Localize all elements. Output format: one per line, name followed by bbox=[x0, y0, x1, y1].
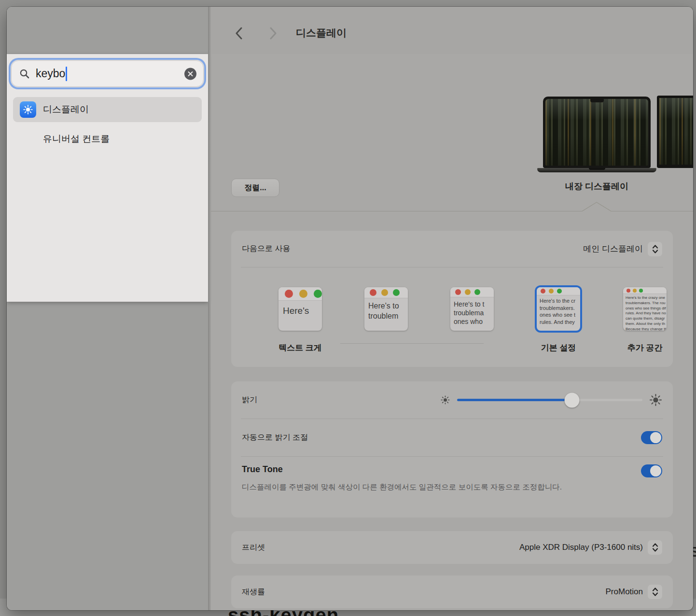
mini-text-line: ones who see t bbox=[540, 311, 580, 319]
back-button[interactable] bbox=[231, 26, 246, 41]
true-tone-description: 디스플레이를 주변광에 맞춰 색상이 다른 환경에서도 일관적으로 보이도록 자… bbox=[231, 481, 612, 493]
mini-titlebar bbox=[450, 287, 494, 297]
builtin-display-name: 내장 디스플레이 bbox=[543, 181, 651, 192]
selected-display-pointer bbox=[581, 201, 612, 211]
external-display-wallpaper bbox=[659, 98, 693, 165]
mini-text-line: ones who see things dif bbox=[626, 306, 667, 311]
brightness-slider-knob[interactable] bbox=[565, 392, 580, 407]
forward-button[interactable] bbox=[266, 26, 280, 41]
resolution-option-label: 기본 설정 bbox=[537, 342, 580, 353]
mini-minimize-icon bbox=[549, 289, 554, 294]
content-pane: 디스플레이 내장 디스플레이 LG HDR 4K 정렬... 다음으로 사용 메… bbox=[211, 7, 693, 610]
resolution-option-3[interactable]: Here's to ttroublemaones who bbox=[450, 287, 494, 331]
auto-brightness-row: 자동으로 밝기 조절 bbox=[231, 419, 673, 456]
mini-window-preview: Here's totroublem bbox=[364, 287, 408, 331]
mini-text-line: troublema bbox=[454, 308, 494, 317]
mini-close-icon bbox=[370, 289, 376, 296]
search-result-display[interactable]: 디스플레이 bbox=[13, 97, 202, 122]
builtin-display-wallpaper bbox=[545, 99, 648, 166]
mini-text-line: Here's to the cr bbox=[540, 297, 580, 305]
mini-text-line: can quote them, disagr bbox=[626, 316, 667, 322]
brightness-label: 밝기 bbox=[242, 395, 257, 405]
refresh-rate-stepper[interactable] bbox=[648, 585, 662, 599]
resolution-option-5[interactable]: Here's to the crazy onetroublemakers. Th… bbox=[623, 287, 667, 353]
resolution-option-label: 추가 공간 bbox=[623, 342, 667, 353]
laptop-base bbox=[537, 168, 656, 172]
mini-titlebar bbox=[278, 287, 322, 301]
mini-minimize-icon bbox=[381, 289, 388, 296]
mini-close-icon bbox=[541, 289, 545, 294]
system-settings-window: keybo bbox=[7, 7, 693, 610]
mini-minimize-icon bbox=[299, 290, 307, 298]
mini-titlebar bbox=[537, 287, 580, 295]
true-tone-toggle[interactable] bbox=[641, 464, 662, 477]
display-brightness-icon bbox=[20, 101, 36, 118]
mini-text-line: Here's bbox=[283, 305, 322, 317]
mini-zoom-icon bbox=[474, 289, 480, 295]
toggle-knob bbox=[650, 465, 661, 476]
mini-text-line: rules. And they bbox=[540, 319, 580, 326]
mini-close-icon bbox=[455, 289, 461, 295]
resolution-option-label: 텍스트 크게 bbox=[278, 342, 322, 353]
search-result-universal-control[interactable]: 유니버설 컨트롤 bbox=[13, 126, 202, 152]
resolution-option-1[interactable]: Here's텍스트 크게 bbox=[278, 287, 322, 353]
mini-text-line: Here's to bbox=[368, 301, 408, 311]
preset-value: Apple XDR Display (P3-1600 nits) bbox=[519, 543, 643, 552]
external-display-thumbnail[interactable] bbox=[657, 96, 693, 168]
mini-window-preview: Here's to the crtroublemakers.ones who s… bbox=[537, 287, 580, 331]
toggle-knob bbox=[650, 432, 661, 443]
mini-text-line: them. About the only th bbox=[626, 322, 667, 327]
preset-label: 프리셋 bbox=[242, 543, 265, 553]
preset-stepper[interactable] bbox=[648, 540, 662, 555]
search-input[interactable]: keybo bbox=[11, 60, 204, 87]
arrange-button[interactable]: 정렬... bbox=[231, 179, 279, 197]
use-as-value: 메인 디스플레이 bbox=[583, 243, 643, 254]
true-tone-row: True Tone bbox=[231, 457, 673, 477]
refresh-rate-card: 재생률 ProMotion bbox=[231, 575, 673, 608]
resolution-track bbox=[340, 343, 484, 344]
clear-search-button[interactable] bbox=[184, 68, 196, 80]
builtin-display-thumbnail[interactable] bbox=[543, 97, 651, 168]
mini-zoom-icon bbox=[639, 289, 643, 293]
use-as-row: 다음으로 사용 메인 디스플레이 bbox=[231, 231, 673, 267]
use-as-stepper[interactable] bbox=[648, 242, 662, 256]
mini-close-icon bbox=[285, 290, 293, 298]
mini-text-line: rules. And they have no bbox=[626, 311, 667, 316]
preset-row: 프리셋 Apple XDR Display (P3-1600 nits) bbox=[231, 531, 673, 564]
mini-text-line: troublemakers. The rou bbox=[626, 301, 667, 306]
brightness-row: 밝기 bbox=[231, 381, 673, 419]
section-divider bbox=[211, 211, 693, 211]
mini-window-preview: Here's to ttroublemaones who bbox=[450, 287, 494, 331]
mini-titlebar bbox=[623, 287, 667, 294]
search-icon bbox=[19, 69, 30, 79]
auto-brightness-toggle[interactable] bbox=[641, 431, 662, 444]
mini-minimize-icon bbox=[465, 289, 471, 295]
search-result-label: 디스플레이 bbox=[43, 103, 89, 116]
sidebar: keybo bbox=[7, 7, 208, 610]
mini-close-icon bbox=[626, 289, 630, 293]
refresh-rate-value: ProMotion bbox=[606, 587, 643, 597]
mini-zoom-icon bbox=[314, 290, 322, 298]
refresh-rate-row: 재생률 ProMotion bbox=[231, 575, 673, 608]
search-result-label: 유니버설 컨트롤 bbox=[43, 133, 110, 145]
brightness-slider-fill bbox=[457, 399, 572, 401]
mini-window-preview: Here's bbox=[278, 287, 322, 331]
refresh-rate-label: 재생률 bbox=[242, 587, 265, 597]
mini-titlebar bbox=[364, 287, 408, 298]
resolution-option-4[interactable]: Here's to the crtroublemakers.ones who s… bbox=[537, 287, 580, 353]
mini-zoom-icon bbox=[557, 289, 562, 294]
resolution-option-2[interactable]: Here's totroublem bbox=[364, 287, 408, 331]
mini-minimize-icon bbox=[633, 289, 637, 293]
laptop-notch bbox=[590, 99, 604, 102]
brightness-high-icon bbox=[649, 393, 662, 406]
mini-text-line: Here's to the crazy one bbox=[626, 295, 667, 301]
mini-text-line: Here's to t bbox=[454, 300, 494, 308]
mini-window-preview: Here's to the crazy onetroublemakers. Th… bbox=[623, 287, 667, 331]
search-value: keybo bbox=[36, 67, 65, 80]
row-divider bbox=[241, 267, 663, 267]
text-caret bbox=[66, 67, 67, 81]
external-display-name: LG HDR 4K bbox=[657, 181, 693, 191]
use-as-label: 다음으로 사용 bbox=[242, 244, 290, 254]
brightness-slider[interactable] bbox=[457, 399, 642, 401]
brightness-card: 밝기 bbox=[231, 381, 673, 518]
